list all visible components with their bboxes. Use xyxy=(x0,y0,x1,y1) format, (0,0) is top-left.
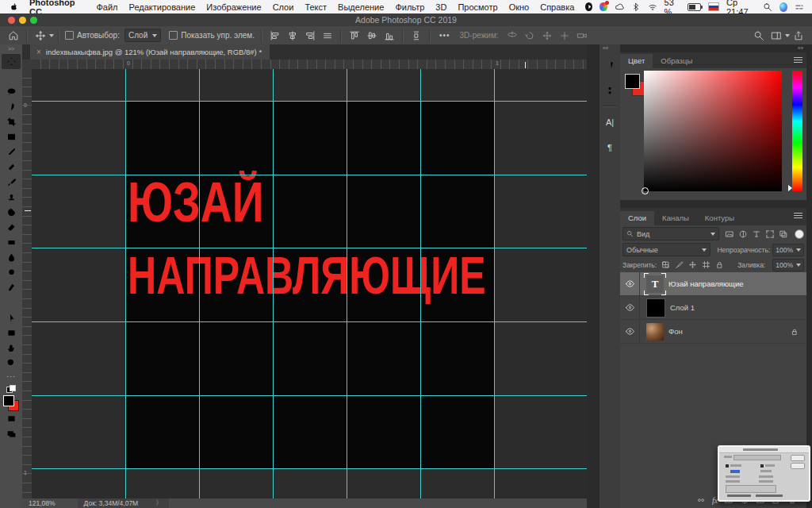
distribute-vertical-icon[interactable] xyxy=(411,30,422,41)
hue-slider-handle[interactable] xyxy=(788,185,792,191)
history-brush-tool[interactable] xyxy=(2,205,21,220)
guide-horizontal[interactable] xyxy=(32,248,587,248)
layer-name[interactable]: Слой 1 xyxy=(670,303,695,312)
character-panel-icon[interactable]: A| xyxy=(601,113,619,132)
lock-image-pixels-icon[interactable] xyxy=(675,260,684,269)
blur-tool[interactable] xyxy=(2,250,21,265)
filter-shape-layers-icon[interactable] xyxy=(765,229,775,239)
layer-visibility-toggle[interactable] xyxy=(620,320,640,343)
siri-icon[interactable] xyxy=(779,2,787,12)
frame-tool[interactable] xyxy=(2,129,21,144)
filter-smart-objects-icon[interactable] xyxy=(779,229,788,239)
guide-horizontal[interactable] xyxy=(32,101,587,102)
document-viewport[interactable]: ЮЗАЙ НАПРАВЛЯЮЩИЕ xyxy=(32,69,587,498)
filter-adjustment-layers-icon[interactable] xyxy=(738,229,748,239)
zoom-level-field[interactable]: 121,08% xyxy=(29,499,56,507)
screen-mode-icon[interactable] xyxy=(2,426,21,441)
fill-field[interactable]: 100% xyxy=(772,259,804,271)
menu-image[interactable]: Изображение xyxy=(206,2,261,12)
blend-mode-select[interactable]: Обычные xyxy=(622,243,710,256)
home-icon[interactable] xyxy=(8,30,19,41)
3d-pan-icon[interactable] xyxy=(542,30,553,41)
guide-vertical[interactable] xyxy=(199,69,200,498)
3d-camera-icon[interactable] xyxy=(576,30,588,41)
bluetooth-icon[interactable] xyxy=(631,2,641,12)
guide-horizontal[interactable] xyxy=(32,175,587,175)
search-icon[interactable] xyxy=(753,30,764,41)
lock-artboard-icon[interactable] xyxy=(702,260,710,269)
autoselect-checkbox[interactable] xyxy=(65,31,74,40)
black-layer-thumbnail[interactable] xyxy=(646,298,665,318)
document-tab[interactable]: × indexвыакыфва.jpg @ 121% (Юзай направл… xyxy=(30,44,270,60)
layer-name[interactable]: Фон xyxy=(668,327,683,336)
opacity-field[interactable]: 100% xyxy=(772,244,804,256)
layers-panel-menu-icon[interactable] xyxy=(794,213,802,218)
align-center-horizontal-icon[interactable] xyxy=(287,30,298,41)
layer-filter-select[interactable]: Вид xyxy=(622,227,719,241)
wifi-icon[interactable] xyxy=(648,2,657,12)
crop-tool[interactable] xyxy=(2,114,21,129)
guide-vertical[interactable] xyxy=(420,69,421,498)
lock-all-icon[interactable] xyxy=(715,260,724,269)
hue-slider[interactable] xyxy=(792,71,802,191)
dodge-tool[interactable] xyxy=(2,265,21,280)
libraries-panel-icon[interactable] xyxy=(601,56,619,75)
align-middle-vertical-icon[interactable] xyxy=(366,30,377,41)
move-tool[interactable] xyxy=(2,54,21,69)
quick-selection-tool[interactable] xyxy=(2,99,21,114)
tab-close-icon[interactable]: × xyxy=(36,48,41,56)
screenshot-preview-window[interactable] xyxy=(718,445,810,502)
move-tool-preset-icon[interactable] xyxy=(35,30,46,41)
distribute-horizontal-icon[interactable] xyxy=(322,30,333,41)
layer-visibility-toggle[interactable] xyxy=(620,272,640,295)
align-bottom-icon[interactable] xyxy=(384,30,395,41)
guide-horizontal[interactable] xyxy=(32,468,587,469)
3d-roll-icon[interactable] xyxy=(524,30,535,41)
document-size-info[interactable]: Док: 3,34M/4,07M 〉 xyxy=(78,498,169,508)
quick-mask-icon[interactable] xyxy=(2,411,21,426)
tab-layers[interactable]: Слои xyxy=(620,211,654,225)
align-top-icon[interactable] xyxy=(349,30,360,41)
menu-3d[interactable]: 3D xyxy=(435,2,446,12)
layer-filter-toggle[interactable] xyxy=(795,229,804,239)
align-more-options[interactable]: ••• xyxy=(439,31,450,40)
filter-pixel-layers-icon[interactable] xyxy=(725,229,734,239)
align-right-icon[interactable] xyxy=(304,30,316,41)
keyboard-layout-flag-icon[interactable] xyxy=(708,2,719,11)
menubar-app-icon-badge[interactable] xyxy=(599,2,607,11)
filter-type-layers-icon[interactable] xyxy=(752,229,761,239)
3d-orbit-icon[interactable] xyxy=(507,30,518,41)
edit-toolbar-ellipsis[interactable]: ··· xyxy=(6,372,16,380)
dock-expand-chevron[interactable]: «« xyxy=(599,44,608,52)
tab-swatches[interactable]: Образцы xyxy=(653,54,700,68)
type-tool[interactable] xyxy=(2,295,21,310)
panels-collapse-chevron[interactable]: »» xyxy=(620,44,806,52)
lasso-tool[interactable] xyxy=(2,84,21,99)
guide-horizontal[interactable] xyxy=(32,395,587,396)
toolbar-collapse-chevron[interactable]: >> xyxy=(8,44,14,54)
layer-row-background[interactable]: Фон xyxy=(620,320,806,344)
clone-stamp-tool[interactable] xyxy=(2,190,21,205)
workspace-switcher-icon[interactable] xyxy=(771,30,782,41)
brush-tool[interactable] xyxy=(2,175,21,190)
guide-vertical[interactable] xyxy=(494,69,495,498)
paragraph-panel-icon[interactable]: ¶ xyxy=(601,138,619,157)
menu-select[interactable]: Выделение xyxy=(338,2,384,12)
background-layer-thumbnail[interactable] xyxy=(646,323,664,341)
menubar-app-icon-dark[interactable] xyxy=(585,2,592,11)
adjustments-panel-icon[interactable] xyxy=(601,81,619,100)
eyedropper-tool[interactable] xyxy=(2,144,21,160)
gradient-tool[interactable] xyxy=(2,235,21,250)
autoselect-target-select[interactable]: Слой xyxy=(124,29,161,42)
lock-position-icon[interactable] xyxy=(688,260,697,269)
menu-layers[interactable]: Слои xyxy=(273,2,294,12)
color-panel-menu-icon[interactable] xyxy=(794,57,802,63)
menu-type[interactable]: Текст xyxy=(304,2,327,12)
zoom-tool[interactable] xyxy=(2,356,21,371)
shape-tool[interactable] xyxy=(2,325,21,341)
battery-icon[interactable] xyxy=(688,3,701,11)
guide-vertical[interactable] xyxy=(347,69,347,498)
tab-color[interactable]: Цвет xyxy=(620,54,653,68)
healing-brush-tool[interactable] xyxy=(2,160,21,175)
path-selection-tool[interactable] xyxy=(2,310,21,325)
